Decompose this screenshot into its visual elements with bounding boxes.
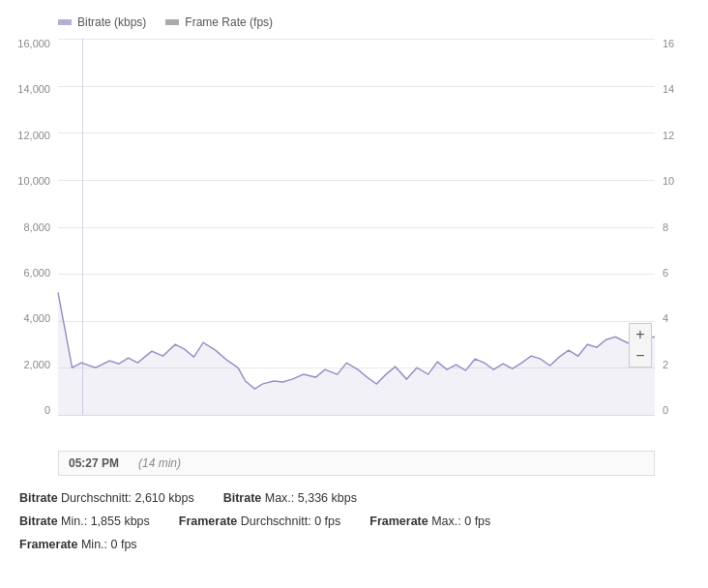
svg-marker-2 bbox=[58, 292, 655, 415]
stat-bitrate-min-label: Bitrate bbox=[19, 514, 58, 528]
y-left-8: 0 bbox=[44, 405, 50, 416]
stats-row-3: Framerate Min.: 0 fps bbox=[19, 534, 698, 557]
stat-bitrate-max-value: Max.: 5,336 kbps bbox=[265, 491, 357, 505]
y-left-1: 14,000 bbox=[17, 84, 50, 95]
stat-framerate-max-label: Framerate bbox=[369, 514, 428, 528]
y-left-5: 6,000 bbox=[23, 268, 50, 279]
stat-bitrate-avg-label: Bitrate bbox=[19, 491, 58, 505]
stat-framerate-min-label: Framerate bbox=[19, 538, 77, 551]
stat-bitrate-avg: Bitrate Durchschnitt: 2,610 kbps bbox=[19, 487, 194, 511]
stat-bitrate-avg-value: Durchschnitt: 2,610 kbps bbox=[61, 491, 194, 505]
y-right-3: 10 bbox=[663, 176, 674, 187]
y-right-8: 0 bbox=[663, 405, 668, 416]
y-right-5: 6 bbox=[663, 268, 668, 279]
legend-framerate-label: Frame Rate (fps) bbox=[185, 15, 273, 29]
stat-framerate-avg-label: Framerate bbox=[179, 514, 237, 528]
time-duration: (14 min) bbox=[138, 456, 181, 470]
zoom-in-button[interactable]: + bbox=[630, 324, 651, 345]
stat-bitrate-max-label: Bitrate bbox=[223, 491, 262, 505]
svg-rect-1 bbox=[165, 19, 179, 25]
time-start: 05:27 PM bbox=[69, 456, 119, 470]
stat-framerate-avg: Framerate Durchschnitt: 0 fps bbox=[179, 511, 340, 534]
svg-rect-0 bbox=[58, 19, 72, 25]
y-left-2: 12,000 bbox=[17, 131, 50, 141]
bitrate-line-chart bbox=[58, 39, 655, 415]
legend-bitrate: Bitrate (kbps) bbox=[58, 15, 146, 29]
y-axis-left: 16,000 14,000 12,000 10,000 8,000 6,000 … bbox=[10, 39, 56, 416]
y-left-7: 2,000 bbox=[23, 360, 50, 370]
y-right-0: 16 bbox=[663, 39, 674, 49]
stat-framerate-max-value: Max.: 0 fps bbox=[431, 514, 490, 528]
y-left-0: 16,000 bbox=[17, 39, 50, 49]
zoom-out-button[interactable]: − bbox=[630, 345, 651, 367]
zoom-controls: + − bbox=[629, 323, 652, 368]
y-right-4: 8 bbox=[663, 222, 668, 233]
time-bar: 05:27 PM (14 min) bbox=[58, 451, 655, 476]
y-right-1: 14 bbox=[663, 84, 674, 95]
chart-plot-area bbox=[58, 39, 655, 416]
stats-area: Bitrate Durchschnitt: 2,610 kbps Bitrate… bbox=[10, 487, 698, 556]
stat-framerate-min: Framerate Min.: 0 fps bbox=[19, 534, 137, 557]
stat-bitrate-max: Bitrate Max.: 5,336 kbps bbox=[223, 487, 357, 511]
y-axis-right: 16 14 12 10 8 6 4 2 0 bbox=[657, 39, 698, 416]
stat-bitrate-min: Bitrate Min.: 1,855 kbps bbox=[19, 511, 150, 534]
stat-framerate-avg-value: Durchschnitt: 0 fps bbox=[241, 514, 341, 528]
y-left-3: 10,000 bbox=[17, 176, 50, 187]
y-right-6: 4 bbox=[663, 313, 668, 324]
stat-framerate-min-value: Min.: 0 fps bbox=[81, 538, 137, 551]
legend-framerate: Frame Rate (fps) bbox=[165, 15, 273, 29]
framerate-legend-icon bbox=[165, 15, 179, 29]
legend-bitrate-label: Bitrate (kbps) bbox=[77, 15, 146, 29]
chart-legend: Bitrate (kbps) Frame Rate (fps) bbox=[10, 10, 698, 35]
stat-bitrate-min-value: Min.: 1,855 kbps bbox=[61, 514, 150, 528]
y-right-7: 2 bbox=[663, 360, 668, 370]
y-left-6: 4,000 bbox=[23, 313, 50, 324]
chart-area: 16,000 14,000 12,000 10,000 8,000 6,000 … bbox=[10, 39, 698, 445]
stats-row-2: Bitrate Min.: 1,855 kbps Framerate Durch… bbox=[19, 511, 698, 534]
bitrate-legend-icon bbox=[58, 15, 72, 29]
stats-row-1: Bitrate Durchschnitt: 2,610 kbps Bitrate… bbox=[19, 487, 698, 511]
stat-framerate-max: Framerate Max.: 0 fps bbox=[369, 511, 490, 534]
y-right-2: 12 bbox=[663, 131, 674, 141]
y-left-4: 8,000 bbox=[23, 222, 50, 233]
